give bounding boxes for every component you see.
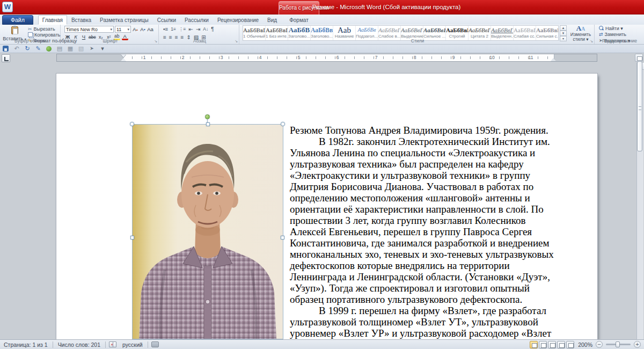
- resize-handle-top-center[interactable]: [206, 122, 210, 126]
- text-line[interactable]: В 1982г. закончил Электротехнический Инс…: [290, 136, 598, 147]
- text-line[interactable]: ультразвуковая техника» был распределен …: [290, 158, 598, 170]
- group-clipboard: Вставить ▾ ✂Вырезать Копировать ✎Формат …: [0, 25, 61, 44]
- document-area: 1234567891011: [0, 53, 644, 339]
- page[interactable]: Резюме Топунова Андрея Владимировича 195…: [56, 74, 597, 339]
- horizontal-ruler: 1234567891011: [56, 54, 597, 62]
- increase-indent-icon[interactable]: ⇥: [196, 26, 200, 32]
- font-dialog-launcher[interactable]: ↘: [154, 39, 157, 43]
- paste-button[interactable]: Вставить ▾: [2, 26, 27, 39]
- tab-file[interactable]: Файл: [2, 15, 33, 25]
- zoom-slider-thumb[interactable]: [616, 341, 620, 347]
- replace-icon: ⇄: [599, 32, 603, 37]
- page-indicator[interactable]: Страница: 1 из 1: [0, 341, 52, 348]
- qat-icon[interactable]: [99, 45, 106, 52]
- shrink-font-button[interactable]: А: [140, 26, 146, 33]
- paragraph-dialog-launcher[interactable]: ↘: [235, 39, 238, 43]
- spellcheck-icon[interactable]: [109, 341, 116, 347]
- zoom-out-button[interactable]: −: [596, 341, 603, 348]
- numbered-list-icon[interactable]: 1≡: [171, 26, 176, 32]
- ribbon-tab[interactable]: Главная: [38, 15, 67, 25]
- portrait-photo[interactable]: [133, 125, 283, 339]
- resize-handle-left[interactable]: [130, 236, 134, 239]
- view-mode-button[interactable]: [530, 341, 538, 348]
- resize-handle-top-right[interactable]: [281, 122, 285, 126]
- ribbon-tab[interactable]: Ссылки: [153, 15, 180, 25]
- sort-icon[interactable]: А↓: [203, 26, 208, 32]
- bullet-list-icon[interactable]: •≡: [163, 26, 168, 32]
- multilevel-list-icon[interactable]: ⋮≡: [179, 26, 186, 32]
- copy-icon: [28, 32, 33, 37]
- ruler-toggle-button[interactable]: [635, 54, 643, 62]
- view-mode-button[interactable]: [548, 341, 556, 348]
- text-line[interactable]: Резюме Топунова Андрея Владимировича 195…: [290, 125, 598, 136]
- replace-button[interactable]: ⇄Заменить: [599, 32, 630, 37]
- view-mode-button[interactable]: [557, 341, 565, 348]
- text-line[interactable]: «Электроакустики и ультразвуковой техник…: [290, 170, 598, 181]
- qat-icon[interactable]: [77, 45, 85, 52]
- font-size-combo[interactable]: 11▾: [115, 26, 131, 33]
- group-styles: АаБбВвГг, 1 Обычный АаБбВвГг, 1 Без инте…: [241, 25, 595, 44]
- clipboard-dialog-launcher[interactable]: ↘: [56, 39, 59, 43]
- view-mode-buttons: [529, 341, 575, 348]
- rotation-handle[interactable]: [205, 114, 210, 119]
- word-count[interactable]: Число слов: 201: [54, 341, 104, 348]
- ribbon-tab[interactable]: Разметка страницы: [96, 15, 153, 25]
- qat-icon[interactable]: [24, 45, 31, 52]
- text-line[interactable]: В 1999 г. перешел на фирму «Взлет», где …: [290, 305, 598, 316]
- keyboard-language-icon[interactable]: [151, 341, 159, 347]
- styles-dialog-launcher[interactable]: ↘: [590, 39, 593, 43]
- group-font: Times New Ro▾ 11▾ А А Аа Ж К Ч abc x₂ x²…: [62, 25, 159, 44]
- view-mode-button[interactable]: [566, 341, 574, 348]
- text-line[interactable]: Дмитрия Борисовича Дианова. Участвовал в…: [290, 181, 598, 192]
- language-indicator[interactable]: русский: [119, 341, 147, 348]
- ribbon-tab[interactable]: Рассылки: [180, 15, 213, 25]
- qat-icon[interactable]: [45, 45, 53, 52]
- text-line[interactable]: Леннинграда и Ленинградской области. (Ус…: [290, 271, 598, 282]
- styles-scroll-up[interactable]: ▲: [560, 25, 567, 31]
- qat-icon[interactable]: [88, 45, 96, 52]
- first-line-indent-marker[interactable]: [121, 54, 126, 57]
- zoom-slider[interactable]: [606, 344, 631, 345]
- text-line[interactable]: Ульянова Ленина по специальности «Электр…: [290, 147, 598, 158]
- text-line[interactable]: ориентации её характеристики направленно…: [290, 203, 598, 215]
- resize-handle-top-left[interactable]: [130, 122, 134, 126]
- ribbon-tab-row: Файл ГлавнаяВставкаРазметка страницыСсыл…: [0, 14, 644, 25]
- zoom-level[interactable]: 200%: [575, 341, 596, 348]
- text-line[interactable]: прошествии 3 лет, когда группу возглавил…: [290, 215, 598, 226]
- qat-icon[interactable]: [34, 45, 42, 52]
- grow-font-button[interactable]: А: [132, 26, 138, 33]
- zoom-in-button[interactable]: +: [634, 341, 641, 348]
- text-line[interactable]: Константиновича, где занимался разработк…: [290, 237, 598, 249]
- pilcrow-icon[interactable]: ¶: [211, 26, 214, 32]
- qat-icon[interactable]: [13, 45, 20, 52]
- view-mode-button[interactable]: [539, 341, 547, 348]
- qat-icon[interactable]: [2, 45, 10, 52]
- text-line[interactable]: ультразвуковой толщиномер «Взлет УТ», ул…: [290, 316, 598, 328]
- ribbon-tab[interactable]: Вид: [263, 15, 281, 25]
- text-line[interactable]: «Узуп»). Тогда же спроектировал и изгото…: [290, 282, 598, 294]
- tab-format[interactable]: Формат: [285, 15, 313, 25]
- ribbon-tab[interactable]: Рецензирование: [213, 15, 263, 25]
- text-line[interactable]: Алексей Евгеньевич, перешел в группу Пав…: [290, 226, 598, 237]
- text-line[interactable]: образец портативного ультразвукового деф…: [290, 294, 598, 305]
- right-indent-marker[interactable]: [551, 58, 556, 61]
- qat-icon[interactable]: [56, 45, 63, 52]
- vertical-scrollbar-thumb[interactable]: [637, 61, 642, 151]
- tab-selector[interactable]: [2, 54, 10, 62]
- ribbon-tab[interactable]: Вставка: [67, 15, 96, 25]
- text-line[interactable]: определению местоположения «шланговой» а…: [290, 192, 598, 203]
- word-app-icon[interactable]: W: [2, 2, 13, 12]
- text-line[interactable]: дефектоскопов которые внедрялись на терр…: [290, 260, 598, 271]
- qat-icon[interactable]: [67, 45, 74, 52]
- hanging-indent-marker[interactable]: [121, 58, 126, 61]
- text-line[interactable]: уровнемер «Взлет УР» и ультразвуковой ра…: [290, 328, 598, 339]
- change-case-button[interactable]: Аа: [147, 26, 153, 33]
- text-line[interactable]: многоканальных эхо, теневых и эхо-теневы…: [290, 249, 598, 260]
- find-icon: [599, 26, 604, 31]
- styles-scroll-down[interactable]: ▼: [560, 31, 567, 36]
- decrease-indent-icon[interactable]: ⇤: [189, 26, 193, 32]
- resize-handle-right[interactable]: [281, 236, 284, 239]
- find-button[interactable]: Найти ▾: [599, 26, 630, 31]
- font-name-combo[interactable]: Times New Ro▾: [64, 26, 114, 33]
- document-text[interactable]: Резюме Топунова Андрея Владимировича 195…: [290, 125, 598, 339]
